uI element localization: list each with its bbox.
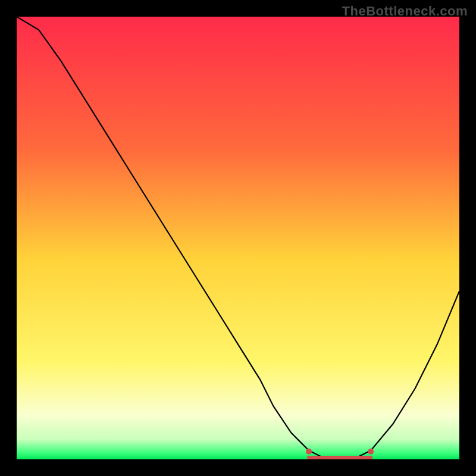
plot-area bbox=[17, 17, 459, 459]
optimal-marker-left bbox=[306, 449, 312, 455]
bottleneck-chart bbox=[0, 0, 476, 476]
chart-stage: TheBottleneck.com bbox=[0, 0, 476, 476]
watermark-text: TheBottleneck.com bbox=[342, 4, 468, 19]
optimal-marker-right bbox=[368, 449, 374, 455]
